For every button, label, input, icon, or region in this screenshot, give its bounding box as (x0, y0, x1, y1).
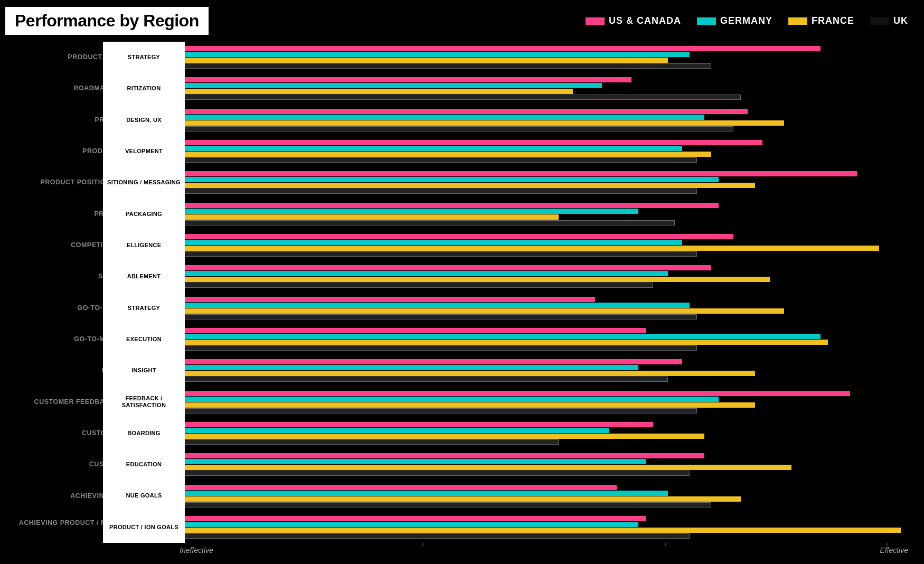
bar-pink (180, 391, 850, 396)
legend: US & CANADA GERMANY FRANCE UK (586, 15, 908, 26)
bar-row (180, 203, 908, 208)
bar-row (180, 140, 908, 145)
bar-row (180, 391, 908, 396)
overlay-row: SITIONING / MESSAGING (103, 167, 185, 198)
overlay-label-text: VELOPMENT (107, 148, 181, 155)
row-bars (180, 42, 908, 73)
bar-row (180, 246, 908, 251)
legend-label: US & CANADA (609, 15, 681, 26)
bar-row (180, 334, 908, 339)
bar-yellow (180, 434, 704, 439)
bar-row (180, 533, 908, 539)
bar-row (180, 528, 908, 533)
bar-row (180, 77, 908, 82)
bar-row (180, 63, 908, 69)
legend-item: FRANCE (788, 15, 854, 26)
overlay-label-text: INSIGHT (107, 367, 181, 374)
bar-row (180, 171, 908, 176)
bars-area (180, 42, 908, 543)
bar-yellow (180, 496, 741, 502)
bar-dark (180, 533, 690, 539)
bar-row (180, 359, 908, 364)
overlay-label-text: NUE GOALS (107, 492, 181, 499)
overlay-row: ABLEMENT (103, 261, 185, 292)
overlay-row: PACKAGING (103, 199, 185, 230)
row-bars (180, 261, 908, 292)
bar-pink (180, 203, 719, 208)
overlay-row: EXECUTION (103, 324, 185, 355)
overlay-row: DESIGN, UX (103, 105, 185, 136)
bar-teal (180, 83, 602, 88)
bar-row (180, 496, 908, 502)
bar-pink (180, 140, 762, 145)
bar-teal (180, 271, 668, 276)
bar-dark (180, 157, 697, 163)
bar-pink (180, 297, 595, 302)
bar-row (180, 83, 908, 88)
bar-teal (180, 209, 638, 214)
bar-pink (180, 234, 733, 239)
bar-row (180, 453, 908, 458)
legend-color-swatch (870, 17, 889, 25)
bar-pink (180, 516, 646, 521)
bar-teal (180, 459, 646, 464)
bar-row (180, 371, 908, 376)
overlay-labels: STRATEGYRITIZATIONDESIGN, UXVELOPMENTSIT… (103, 42, 185, 543)
bar-row (180, 308, 908, 314)
bar-row (180, 157, 908, 163)
legend-color-swatch (586, 17, 605, 25)
overlay-label-text: DESIGN, UX (107, 117, 181, 124)
x-tick (887, 543, 888, 546)
bar-pink (180, 359, 682, 364)
bar-pink (180, 171, 857, 176)
row-bars (180, 105, 908, 136)
bar-row (180, 465, 908, 470)
bar-row (180, 271, 908, 276)
overlay-row: BOARDING (103, 418, 185, 449)
bar-yellow (180, 89, 573, 94)
legend-item: GERMANY (697, 15, 772, 26)
bar-dark (180, 189, 697, 194)
bar-yellow (180, 371, 755, 376)
bar-row (180, 314, 908, 319)
overlay-label-text: STRATEGY (107, 54, 181, 61)
bar-row (180, 402, 908, 408)
bar-row (180, 115, 908, 120)
row-bars (180, 480, 908, 511)
row-bars (180, 199, 908, 230)
legend-label: UK (893, 15, 908, 26)
overlay-label-text: EDUCATION (107, 461, 181, 468)
overlay-row: EDUCATION (103, 449, 185, 480)
bar-row (180, 408, 908, 413)
bar-row (180, 209, 908, 214)
row-bars (180, 324, 908, 355)
row-bars (180, 73, 908, 104)
overlay-row: STRATEGY (103, 42, 185, 73)
bar-dark (180, 408, 697, 413)
x-tick (665, 543, 666, 546)
bar-yellow (180, 246, 879, 251)
bar-row (180, 297, 908, 302)
legend-item: US & CANADA (586, 15, 681, 26)
bar-teal (180, 428, 609, 433)
bar-dark (180, 345, 697, 351)
overlay-label-text: SITIONING / MESSAGING (107, 179, 181, 186)
legend-label: GERMANY (720, 15, 772, 26)
bar-yellow (180, 528, 901, 533)
bar-pink (180, 453, 704, 458)
bar-row (180, 234, 908, 239)
row-bars (180, 355, 908, 386)
legend-color-swatch (788, 17, 807, 25)
bar-pink (180, 77, 631, 82)
bar-teal (180, 334, 821, 339)
overlay-row: PRODUCT / ION GOALS (103, 512, 185, 543)
bar-teal (180, 365, 638, 370)
bar-pink (180, 265, 711, 270)
overlay-label-text: PACKAGING (107, 211, 181, 218)
bar-row (180, 397, 908, 402)
legend-item: UK (870, 15, 908, 26)
overlay-label-text: RITIZATION (107, 85, 181, 92)
overlay-row: INSIGHT (103, 355, 185, 386)
bar-teal (180, 177, 719, 182)
overlay-row: RITIZATION (103, 73, 185, 104)
